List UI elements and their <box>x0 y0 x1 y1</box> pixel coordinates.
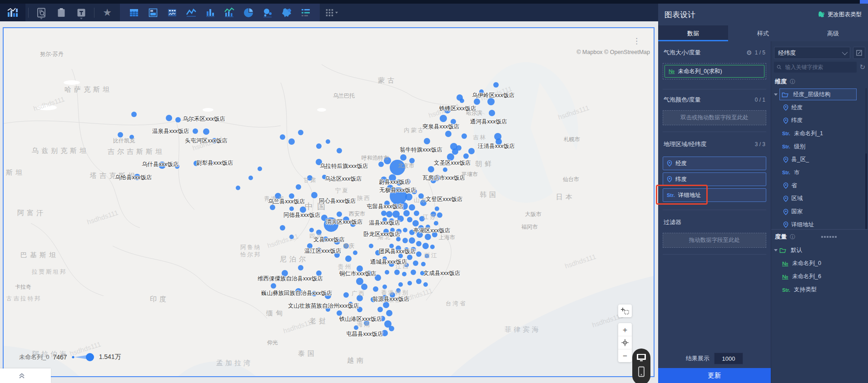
bubble-size-dropzone[interactable]: № 未命名列_0(求和) <box>663 63 766 79</box>
map-bubble[interactable] <box>421 262 426 266</box>
map-bubble[interactable] <box>474 98 480 105</box>
map-bubble[interactable] <box>402 238 408 243</box>
map-bubble[interactable] <box>386 310 392 316</box>
field-item-未命名列_1[interactable]: Str.未命名列_1 <box>771 127 868 140</box>
map-bubble[interactable] <box>416 241 422 246</box>
map-chart-icon[interactable] <box>280 6 293 19</box>
kanban-chart-icon[interactable] <box>147 6 159 19</box>
field-item-国家[interactable]: 国家 <box>771 205 868 218</box>
map-bubble[interactable] <box>361 284 367 290</box>
map-bubble[interactable] <box>298 265 303 270</box>
geo-chip-经度[interactable]: 经度 <box>663 157 766 170</box>
search-document-icon[interactable] <box>35 6 48 19</box>
map-bubble[interactable] <box>407 217 412 222</box>
list-chart-icon[interactable] <box>299 6 312 19</box>
map-bubble[interactable] <box>489 110 495 116</box>
field-item-省[interactable]: 省 <box>771 179 868 192</box>
bottom-collapse-bar[interactable] <box>0 368 51 383</box>
filter-dropzone[interactable]: 拖动数据字段至此处 <box>663 233 766 248</box>
text-tool-icon[interactable] <box>75 6 88 19</box>
scrollbar-handle[interactable] <box>865 153 867 229</box>
info-icon[interactable]: ⓘ <box>790 233 795 241</box>
map-bubble[interactable] <box>430 245 435 249</box>
bubble-chart-icon[interactable] <box>261 6 274 19</box>
field-item-支持类型[interactable]: Str.支持类型 <box>771 283 868 296</box>
map-bubble[interactable] <box>437 212 442 218</box>
map-bubble[interactable] <box>428 166 434 172</box>
bar-chart-icon[interactable] <box>204 6 217 19</box>
favorite-star-icon[interactable]: ★ <box>101 6 114 19</box>
map-bubble[interactable] <box>337 148 342 153</box>
table-chart-icon[interactable] <box>128 6 140 19</box>
map-bubble[interactable] <box>356 278 363 285</box>
geo-chip-纬度[interactable]: 纬度 <box>663 172 766 186</box>
map-bubble[interactable] <box>424 138 430 144</box>
map-bubble[interactable] <box>412 220 419 226</box>
clipboard-icon[interactable] <box>55 6 68 19</box>
map-bubble[interactable] <box>258 167 262 171</box>
tab-数据[interactable]: 数据 <box>658 25 728 41</box>
geo-chip-详细地址[interactable]: Str.详细地址 <box>663 188 766 202</box>
map-bubble[interactable] <box>402 272 407 276</box>
map-bubble[interactable] <box>385 270 389 275</box>
map-bubble[interactable] <box>416 279 422 284</box>
box-zoom-button[interactable] <box>618 304 632 317</box>
map-bubble[interactable] <box>345 255 352 262</box>
map-bubble[interactable] <box>378 162 384 167</box>
map-bubble[interactable] <box>326 139 330 144</box>
info-icon[interactable]: ⓘ <box>790 78 795 86</box>
map-bubble[interactable] <box>270 205 275 210</box>
map-bubble[interactable] <box>407 281 412 285</box>
map-bubble[interactable] <box>382 285 387 289</box>
map-bubble[interactable] <box>296 184 301 190</box>
map-bubble[interactable] <box>236 186 240 190</box>
map-bubble[interactable] <box>425 234 431 240</box>
map-bubble[interactable] <box>422 243 429 249</box>
map-bubble[interactable] <box>443 167 447 172</box>
map-bubble[interactable] <box>309 228 314 232</box>
map-bubble[interactable] <box>407 255 412 260</box>
zoom-out-button[interactable]: − <box>618 349 632 362</box>
update-button[interactable]: 更新 <box>658 368 771 383</box>
map-bubble[interactable] <box>369 244 373 248</box>
measure-chip[interactable]: № 未命名列_0(求和) <box>665 65 764 78</box>
map-bubble[interactable] <box>377 307 383 312</box>
measure-layout-icon[interactable] <box>821 236 837 238</box>
map-bubble[interactable] <box>193 128 198 134</box>
field-item-经度[interactable]: 经度 <box>771 101 868 114</box>
map-bubble[interactable] <box>463 153 469 159</box>
map-bubble[interactable] <box>452 148 458 155</box>
map-bubble[interactable] <box>398 282 403 287</box>
map-bubble[interactable] <box>468 148 475 154</box>
combo-chart-icon[interactable] <box>223 6 236 19</box>
map-bubble[interactable] <box>445 131 451 137</box>
tab-样式[interactable]: 样式 <box>728 25 798 41</box>
map-bubble[interactable] <box>280 134 285 140</box>
field-item-县_区_[interactable]: 县_区_ <box>771 153 868 166</box>
map-bubble[interactable] <box>409 237 415 244</box>
map-bubble[interactable] <box>118 132 123 137</box>
field-item-未命名列_6[interactable]: №未命名列_6 <box>771 270 868 283</box>
result-limit-input[interactable] <box>714 353 743 364</box>
map-bubble[interactable] <box>461 133 467 139</box>
map-bubble[interactable] <box>166 115 172 121</box>
map-bubble[interactable] <box>280 225 285 231</box>
dataset-select[interactable]: 经纬度 <box>774 47 850 59</box>
field-item-默认[interactable]: 默认 <box>771 244 868 257</box>
edit-dataset-button[interactable] <box>853 47 865 59</box>
field-item-经度_层级结构[interactable]: 经度_层级结构 <box>771 88 868 101</box>
logo[interactable] <box>0 4 25 21</box>
map-bubble[interactable] <box>400 154 407 161</box>
map-bubble[interactable] <box>311 192 317 198</box>
map-bubble[interactable] <box>416 251 422 257</box>
map-bubble[interactable] <box>405 193 412 201</box>
field-search-box[interactable] <box>774 62 857 73</box>
map-bubble[interactable] <box>288 138 295 145</box>
map-bubble[interactable] <box>316 143 322 149</box>
map-bubble[interactable] <box>343 292 349 298</box>
field-item-纬度[interactable]: 纬度 <box>771 114 868 127</box>
map-bubble[interactable] <box>411 270 416 275</box>
map-bubble[interactable] <box>175 117 181 123</box>
more-charts-grid-icon[interactable] <box>325 6 338 19</box>
map-bubble[interactable] <box>271 283 276 289</box>
